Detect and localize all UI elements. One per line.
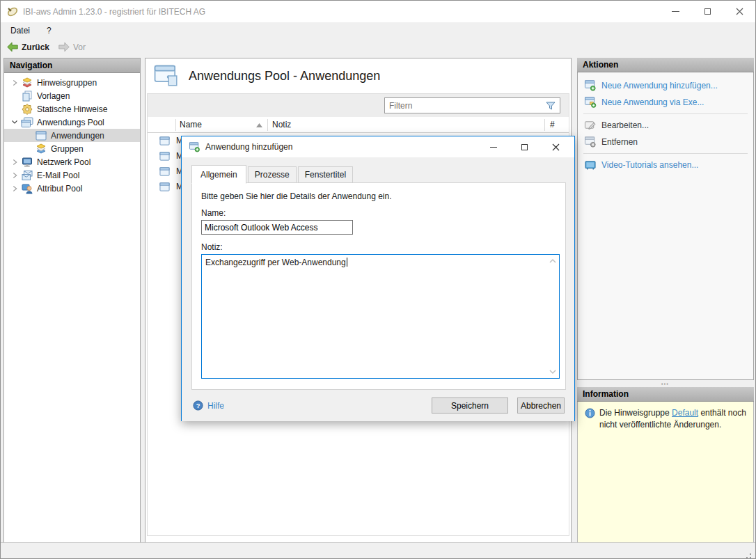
dialog-close-button[interactable] [540,136,572,157]
nav-item-email-pool[interactable]: E-Mail Pool [4,168,140,182]
application-icon [159,136,171,146]
nav-item-label: Vorlagen [37,91,70,101]
back-button[interactable]: Zurück [2,40,54,54]
close-button[interactable] [723,1,755,22]
nav-item-label: E-Mail Pool [37,171,79,180]
action-label: Neue Anwendung via Exe... [601,97,704,107]
dialog-intro-text: Bitte geben Sie hier die Details der Anw… [201,191,392,201]
dialog-title-bar: Anwendung hinzufügen [182,136,574,157]
default-group-link[interactable]: Default [672,408,698,418]
help-label: Hilfe [207,401,224,411]
info-text-before: Die Hinweisgruppe [599,408,670,418]
nav-item-label: Anwendungen [51,131,104,141]
add-application-dialog: Anwendung hinzufügen Allgemein Prozesse … [181,136,575,421]
nav-item-hinweisgruppen[interactable]: Hinweisgruppen [4,76,140,89]
action-remove[interactable]: Entfernen [578,134,753,150]
scroll-up-icon[interactable] [549,258,557,265]
nav-item-statische-hinweise[interactable]: Statische Hinweise [4,102,140,116]
network-pool-icon [21,157,33,168]
chevron-right-icon[interactable] [8,185,21,192]
information-message: Die Hinweisgruppe Default enthält noch n… [599,407,748,542]
window-add-icon [189,142,200,152]
window-remove-icon [584,136,597,148]
filter-band [148,94,569,117]
close-icon [736,8,743,15]
application-icon [35,130,47,141]
actions-separator [583,153,748,154]
notiz-textarea[interactable]: Exchangezugriff per Web-Anwendung [201,254,560,379]
app-pool-icon [21,117,33,128]
panel-splitter[interactable]: ⋯ [577,380,754,387]
notice-groups-icon [21,77,33,88]
dialog-title: Anwendung hinzufügen [205,142,292,152]
action-new-application[interactable]: Neue Anwendung hinzufügen... [578,77,753,94]
chevron-right-icon[interactable] [8,79,21,86]
chevron-right-icon[interactable] [8,172,21,179]
nav-item-gruppen[interactable]: Gruppen [4,142,140,155]
help-link[interactable]: ? Hilfe [193,400,224,411]
scroll-down-icon[interactable] [549,368,557,375]
resize-grip-icon[interactable] [750,553,751,555]
actions-panel: Neue Anwendung hinzufügen... Neue Anwend… [577,72,754,380]
minimize-button[interactable] [659,1,691,22]
nav-item-label: Netzwerk Pool [37,157,90,167]
notiz-value: Exchangezugriff per Web-Anwendung [205,258,346,267]
app-logo-icon [6,6,19,18]
dialog-footer: ? Hilfe Speichern Abbrechen [182,390,574,421]
filter-icon[interactable] [545,100,556,111]
nav-item-label: Anwendungs Pool [37,118,104,127]
nav-item-anwendungen[interactable]: Anwendungen [4,129,140,142]
name-input[interactable] [201,220,353,235]
help-icon: ? [193,400,203,411]
column-header-name[interactable]: Name [180,120,202,129]
dialog-minimize-button[interactable] [478,136,509,157]
edit-icon [584,120,597,131]
tab-allgemein[interactable]: Allgemein [191,165,246,184]
dialog-maximize-button[interactable] [509,136,540,157]
navigation-header: Navigation [4,58,140,73]
video-tutorials-icon [584,159,597,171]
action-new-application-via-exe[interactable]: Neue Anwendung via Exe... [578,94,753,111]
window-add-icon [584,80,597,91]
information-panel: Die Hinweisgruppe Default enthält noch n… [577,402,754,543]
forward-button[interactable]: Vor [54,40,90,54]
tab-prozesse[interactable]: Prozesse [248,166,297,183]
nav-item-label: Statische Hinweise [37,104,107,114]
action-label: Bearbeiten... [601,120,649,130]
chevron-right-icon[interactable] [8,159,21,166]
maximize-button[interactable] [691,1,723,22]
column-header-notiz[interactable]: Notiz [272,120,291,129]
tab-page-allgemein: Bitte geben Sie hier die Details der Anw… [191,182,566,390]
info-icon [585,408,595,418]
sort-ascending-icon [256,123,262,127]
filter-input[interactable] [385,101,545,111]
nav-item-netzwerk-pool[interactable]: Netzwerk Pool [4,155,140,168]
cancel-button[interactable]: Abbrechen [517,397,565,414]
email-pool-icon [21,170,33,181]
svg-text:?: ? [196,402,200,409]
nav-item-attribut-pool[interactable]: Attribut Pool [4,182,140,195]
nav-item-label: Attribut Pool [37,184,82,194]
templates-icon [21,90,33,102]
forward-label: Vor [73,42,86,52]
navigation-panel: Navigation Hinweisgruppen Vorlagen [3,58,141,543]
action-label: Video-Tutorials ansehen... [601,160,698,170]
tab-fenstertitel[interactable]: Fenstertitel [298,166,353,183]
application-icon [159,166,171,177]
menu-datei[interactable]: Datei [3,24,37,38]
page-title: Anwendungs Pool - Anwendungen [189,69,380,84]
actions-header: Aktionen [577,58,754,72]
action-label: Neue Anwendung hinzufügen... [601,81,718,90]
menu-help[interactable]: ? [40,24,58,38]
action-edit[interactable]: Bearbeiten... [578,117,753,134]
action-video-tutorials[interactable]: Video-Tutorials ansehen... [578,157,753,173]
groups-icon [35,143,47,155]
window-add-exe-icon [584,97,597,108]
nav-item-vorlagen[interactable]: Vorlagen [4,89,140,102]
attribute-pool-icon [21,183,33,194]
menu-bar: Datei ? [1,22,755,38]
save-button[interactable]: Speichern [432,397,508,414]
chevron-down-icon[interactable] [8,120,21,125]
column-header-count[interactable]: # [550,120,555,129]
nav-item-anwendungs-pool[interactable]: Anwendungs Pool [4,116,140,129]
